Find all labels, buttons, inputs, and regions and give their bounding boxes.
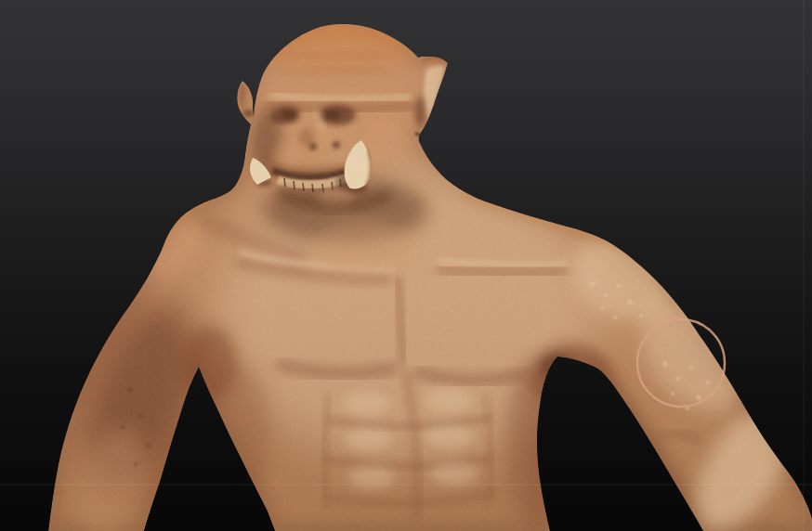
scene-svg — [0, 0, 812, 531]
sculpt-viewport-canvas[interactable] — [0, 0, 812, 531]
